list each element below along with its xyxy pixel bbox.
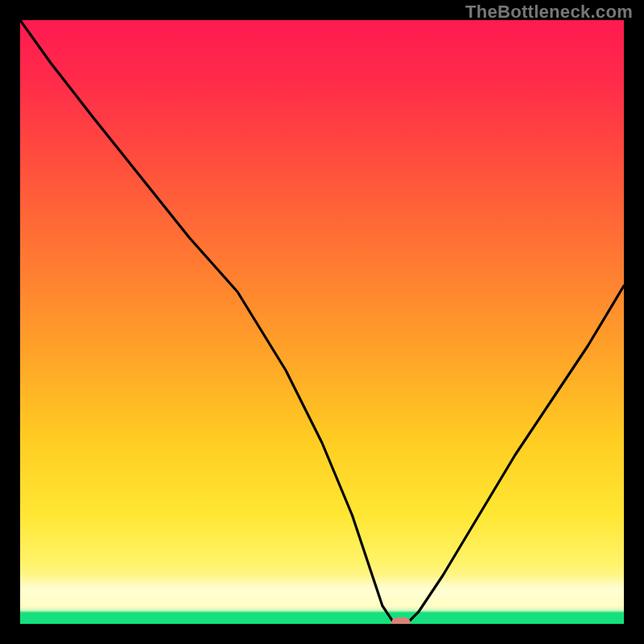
watermark-text: TheBottleneck.com <box>465 2 633 23</box>
optimum-marker <box>391 617 411 624</box>
chart-stage: TheBottleneck.com <box>0 0 644 644</box>
plot-area <box>20 20 624 624</box>
curve-path <box>20 20 624 624</box>
bottleneck-curve <box>20 20 624 624</box>
